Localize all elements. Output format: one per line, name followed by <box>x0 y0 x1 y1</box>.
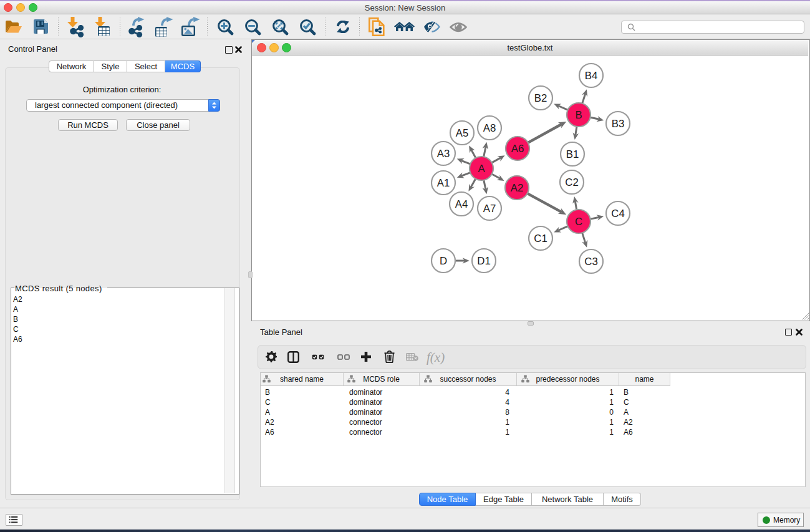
svg-text:D1: D1 <box>477 255 490 267</box>
svg-text:A3: A3 <box>437 148 450 160</box>
svg-text:B4: B4 <box>585 70 598 82</box>
svg-text:D: D <box>440 255 447 267</box>
svg-text:C2: C2 <box>565 177 578 188</box>
svg-text:C3: C3 <box>584 256 597 268</box>
svg-text:B1: B1 <box>566 148 579 160</box>
svg-text:A5: A5 <box>456 127 469 139</box>
svg-text:C1: C1 <box>534 233 547 244</box>
svg-text:A: A <box>478 163 485 175</box>
svg-text:A8: A8 <box>483 122 496 134</box>
svg-text:C: C <box>575 216 582 228</box>
svg-text:B: B <box>575 109 582 121</box>
svg-text:A2: A2 <box>511 182 524 194</box>
svg-text:A6: A6 <box>511 143 524 155</box>
svg-text:B2: B2 <box>534 92 547 104</box>
svg-text:C4: C4 <box>611 208 624 220</box>
svg-text:A1: A1 <box>437 177 450 189</box>
svg-text:B3: B3 <box>612 118 625 130</box>
svg-text:A4: A4 <box>455 198 468 210</box>
svg-text:A7: A7 <box>483 203 496 215</box>
